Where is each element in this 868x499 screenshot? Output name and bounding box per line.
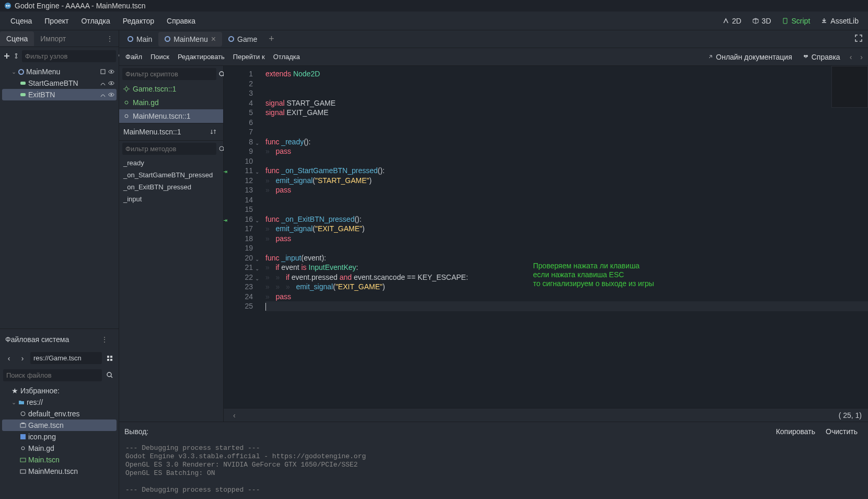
workspace-script[interactable]: Script — [778, 14, 815, 28]
svg-rect-16 — [107, 359, 109, 361]
fs-item[interactable]: Main.gd — [2, 443, 117, 454]
workspace-3d[interactable]: 3D — [748, 14, 776, 28]
search-icon[interactable] — [104, 369, 115, 381]
svg-point-32 — [219, 146, 224, 151]
script-filter-input[interactable] — [122, 68, 216, 80]
svg-point-18 — [107, 372, 111, 377]
signal-icon — [100, 92, 106, 98]
fs-item[interactable]: Game.tscn — [2, 419, 117, 431]
fs-item[interactable]: MainMenu.tscn — [2, 466, 117, 477]
svg-rect-22 — [20, 434, 26, 439]
menu-help[interactable]: Справка — [161, 14, 201, 28]
workspace-assetlib[interactable]: AssetLib — [816, 14, 863, 28]
tab-scene[interactable]: Сцена — [0, 31, 34, 46]
gear-icon — [123, 99, 130, 106]
svg-rect-5 — [101, 70, 105, 74]
svg-point-7 — [111, 71, 112, 73]
script-item[interactable]: MainMenu.tscn::1 — [119, 109, 223, 123]
close-icon[interactable]: × — [211, 35, 216, 43]
script-menu-debug[interactable]: Отладка — [269, 50, 304, 63]
filesystem-panel: Файловая система ⋮ ‹ › res://Game.tscn ★… — [0, 328, 119, 499]
svg-point-29 — [125, 87, 128, 90]
minimap[interactable] — [831, 66, 868, 108]
sort-icon[interactable] — [207, 126, 219, 138]
menu-scene[interactable]: Сцена — [5, 14, 37, 28]
new-tab-button[interactable]: + — [263, 30, 280, 48]
code-comment-annotation: Проверяем нажата ли клавишаесли нажата к… — [533, 262, 654, 288]
visibility-icon[interactable] — [108, 80, 114, 86]
node-icon — [165, 36, 170, 42]
tab-import[interactable]: Импорт — [34, 31, 72, 46]
menu-project[interactable]: Проект — [39, 14, 74, 28]
scene-tree: ⌄ MainMenu StartGameBTN ExitBTN — [0, 65, 119, 328]
copy-button[interactable]: Копировать — [771, 425, 820, 438]
script-menu-file[interactable]: Файл — [121, 50, 146, 63]
scene-panel-tabs: Сцена Импорт ⋮ — [0, 30, 119, 47]
method-header: MainMenu.tscn::1 — [119, 123, 223, 141]
script-item[interactable]: Main.gd — [119, 96, 223, 109]
cursor-position: ( 25, 1) — [839, 411, 862, 419]
svg-point-1 — [6, 5, 8, 7]
folder-icon — [18, 399, 25, 405]
menu-editor[interactable]: Редактор — [118, 14, 159, 28]
method-item[interactable]: _ready — [119, 157, 223, 169]
fs-more-icon[interactable]: ⋮ — [96, 332, 113, 347]
scene-icon — [20, 422, 26, 428]
script-menu-edit[interactable]: Редактировать — [173, 50, 229, 63]
fs-path[interactable]: res://Game.tscn — [30, 352, 102, 364]
help-link[interactable]: Справка — [798, 50, 844, 64]
distraction-free-icon[interactable] — [849, 31, 868, 47]
method-item[interactable]: _on_ExitBTN_pressed — [119, 181, 223, 193]
node-filter-input[interactable] — [22, 50, 116, 62]
fs-favorites[interactable]: ★ Избранное: — [2, 385, 117, 396]
scene-tab-mainmenu[interactable]: MainMenu× — [158, 32, 222, 47]
svg-rect-25 — [20, 470, 26, 473]
workspace-2d[interactable]: 2D — [718, 14, 746, 28]
svg-rect-24 — [20, 458, 26, 462]
clear-button[interactable]: Очистить — [820, 425, 863, 438]
svg-rect-17 — [110, 359, 112, 361]
add-node-button[interactable] — [3, 50, 10, 62]
svg-rect-8 — [20, 82, 26, 85]
tree-node-exit[interactable]: ExitBTN — [2, 89, 117, 100]
node-icon — [228, 36, 234, 42]
nav-forward-icon[interactable]: › — [17, 353, 28, 364]
output-body[interactable]: --- Debugging process started --- Godot … — [119, 441, 868, 499]
visibility-icon[interactable] — [108, 69, 114, 75]
menu-debug[interactable]: Отладка — [76, 14, 115, 28]
method-item[interactable]: _input — [119, 193, 223, 205]
nav-back-icon[interactable]: ‹ — [3, 353, 15, 364]
link-icon[interactable] — [13, 50, 20, 62]
code-editor[interactable]: 1234567 8⌄910 ⇥11⌄12131415 ⇥16⌄171819 20… — [224, 66, 868, 422]
fs-item[interactable]: Main.tscn — [2, 454, 117, 466]
method-item[interactable]: _on_StartGameBTN_pressed — [119, 169, 223, 181]
fs-item[interactable]: icon.png — [2, 431, 117, 443]
tree-node-startgame[interactable]: StartGameBTN — [2, 77, 117, 89]
code-statusbar: ‹ ( 25, 1) — [224, 408, 868, 422]
script-menu-search[interactable]: Поиск — [146, 50, 173, 63]
method-filter-input[interactable] — [122, 143, 216, 155]
svg-point-0 — [5, 3, 11, 9]
panel-more-icon[interactable]: ⋮ — [101, 31, 119, 46]
gear-icon — [20, 445, 26, 451]
scene-tab-game[interactable]: Game — [222, 32, 263, 47]
script-menu-goto[interactable]: Перейти к — [229, 50, 269, 63]
fs-root[interactable]: ⌄ res:// — [2, 396, 117, 408]
nav-forward-icon[interactable]: › — [857, 51, 866, 63]
view-mode-icon[interactable] — [104, 353, 115, 364]
nav-back-icon[interactable]: ‹ — [847, 51, 855, 63]
fs-item[interactable]: default_env.tres — [2, 408, 117, 419]
svg-point-10 — [111, 83, 112, 84]
svg-point-30 — [125, 101, 128, 104]
fs-title: Файловая система — [5, 335, 96, 344]
svg-point-28 — [219, 72, 224, 76]
tree-node-root[interactable]: ⌄ MainMenu — [2, 66, 117, 77]
scene-tab-main[interactable]: Main — [121, 32, 158, 47]
online-docs-link[interactable]: Онлайн документация — [703, 50, 796, 64]
visibility-icon[interactable] — [108, 92, 114, 98]
code-lines[interactable]: extends Node2D signal START_GAME signal … — [256, 66, 868, 408]
chevron-left-icon[interactable]: ‹ — [230, 409, 239, 422]
fs-search-input[interactable] — [3, 369, 102, 381]
fs-tree: ★ Избранное: ⌄ res:// default_env.tres G… — [0, 384, 119, 499]
script-item[interactable]: Game.tscn::1 — [119, 82, 223, 96]
